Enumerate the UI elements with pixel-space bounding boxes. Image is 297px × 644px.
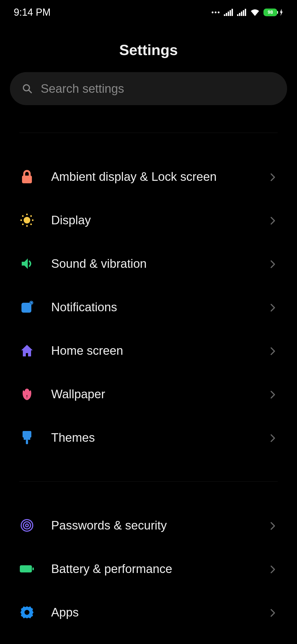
- svg-rect-11: [243, 10, 244, 16]
- flower-icon: [19, 386, 35, 402]
- svg-point-25: [22, 223, 24, 225]
- row-home-screen[interactable]: Home screen: [0, 329, 297, 372]
- gear-icon: [19, 605, 35, 620]
- battery-level: 98: [263, 9, 277, 16]
- search-input[interactable]: [41, 82, 275, 95]
- chevron-right-icon: [270, 347, 278, 354]
- battery-icon: 98: [263, 9, 283, 16]
- svg-rect-5: [228, 12, 229, 16]
- svg-rect-4: [226, 13, 227, 16]
- row-label: Notifications: [51, 300, 254, 314]
- chevron-right-icon: [270, 173, 278, 181]
- svg-rect-9: [239, 13, 240, 16]
- row-label: Ambient display & Lock screen: [51, 170, 254, 184]
- row-display[interactable]: Display: [0, 198, 297, 242]
- chevron-right-icon: [270, 434, 278, 441]
- row-label: Display: [51, 213, 254, 227]
- svg-rect-6: [230, 10, 231, 16]
- row-label: Apps: [51, 605, 254, 619]
- svg-point-19: [26, 214, 28, 215]
- row-battery-performance[interactable]: Battery & performance: [0, 547, 297, 591]
- svg-rect-7: [232, 9, 233, 16]
- battery-icon: [19, 561, 35, 577]
- svg-point-2: [218, 12, 219, 13]
- chevron-right-icon: [270, 522, 278, 529]
- svg-point-37: [23, 522, 31, 529]
- status-time: 9:14 PM: [14, 7, 51, 18]
- chevron-right-icon: [270, 390, 278, 398]
- svg-point-21: [20, 219, 22, 221]
- svg-rect-8: [237, 14, 238, 16]
- row-label: Battery & performance: [51, 562, 254, 576]
- row-label: Themes: [51, 431, 254, 444]
- home-icon: [19, 343, 35, 358]
- chevron-right-icon: [270, 260, 278, 268]
- more-icon: [211, 10, 220, 14]
- row-sound[interactable]: Sound & vibration: [0, 242, 297, 285]
- row-passwords-security[interactable]: Passwords & security: [0, 504, 297, 547]
- signal-2-icon: [237, 9, 246, 16]
- svg-point-38: [26, 524, 28, 527]
- fingerprint-icon: [19, 518, 35, 533]
- svg-point-32: [24, 389, 29, 395]
- svg-rect-34: [24, 438, 30, 440]
- status-icons: 98: [211, 9, 283, 16]
- page-title: Settings: [0, 41, 297, 58]
- sun-icon: [19, 212, 35, 228]
- svg-point-41: [24, 610, 29, 615]
- svg-point-0: [212, 12, 213, 13]
- row-ambient-display[interactable]: Ambient display & Lock screen: [0, 155, 297, 198]
- search-bar[interactable]: [10, 72, 287, 105]
- status-bar: 9:14 PM 98: [0, 0, 297, 25]
- svg-point-18: [24, 217, 30, 223]
- chevron-right-icon: [270, 565, 278, 573]
- svg-rect-14: [277, 11, 278, 14]
- row-label: Sound & vibration: [51, 257, 254, 271]
- svg-point-30: [30, 302, 32, 304]
- charging-icon: [279, 9, 283, 16]
- svg-rect-33: [23, 431, 31, 438]
- svg-rect-27: [21, 303, 31, 313]
- svg-rect-12: [245, 9, 246, 16]
- row-label: Wallpaper: [51, 387, 254, 401]
- svg-rect-3: [224, 14, 225, 16]
- row-label: Passwords & security: [51, 519, 254, 532]
- svg-rect-39: [20, 565, 32, 572]
- svg-point-26: [30, 223, 32, 225]
- row-apps[interactable]: Apps: [0, 591, 297, 634]
- row-notifications[interactable]: Notifications: [0, 285, 297, 329]
- svg-line-16: [29, 90, 31, 93]
- chevron-right-icon: [270, 303, 278, 311]
- svg-point-22: [32, 219, 34, 221]
- search-icon: [22, 83, 32, 94]
- svg-rect-40: [32, 567, 34, 570]
- svg-point-20: [26, 225, 28, 227]
- svg-rect-10: [241, 12, 242, 16]
- signal-1-icon: [224, 9, 233, 16]
- svg-point-23: [22, 215, 24, 217]
- svg-rect-35: [26, 440, 28, 444]
- row-wallpaper[interactable]: Wallpaper: [0, 372, 297, 416]
- row-themes[interactable]: Themes: [0, 416, 297, 459]
- svg-point-1: [215, 12, 216, 13]
- settings-list: Ambient display & Lock screen Display So…: [0, 133, 297, 634]
- notification-icon: [19, 299, 35, 315]
- brush-icon: [19, 430, 35, 445]
- svg-point-24: [30, 215, 32, 217]
- row-label: Home screen: [51, 344, 254, 358]
- wifi-icon: [250, 9, 260, 16]
- svg-rect-17: [22, 176, 32, 183]
- lock-icon: [19, 169, 35, 184]
- chevron-right-icon: [270, 216, 278, 224]
- chevron-right-icon: [270, 608, 278, 616]
- svg-rect-31: [26, 353, 28, 356]
- speaker-icon: [19, 256, 35, 271]
